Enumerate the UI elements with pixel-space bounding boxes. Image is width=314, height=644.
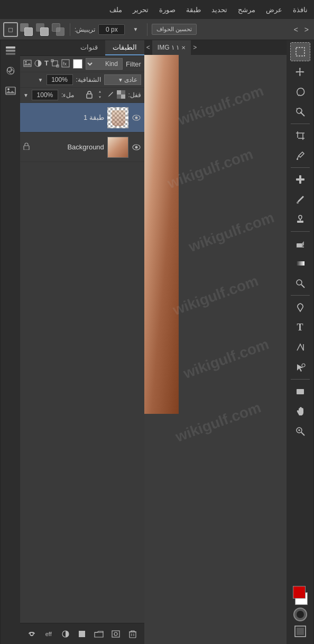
quick-mask-button[interactable] — [292, 606, 309, 623]
filter-row: Filter Kind T — [20, 56, 144, 72]
svg-rect-48 — [87, 94, 92, 98]
svg-point-57 — [114, 632, 117, 636]
swatch-pair — [291, 586, 310, 605]
layer-item-background[interactable]: Background — [20, 132, 144, 162]
tool-gradient[interactable] — [290, 254, 310, 273]
tool-rectangle[interactable] — [290, 382, 310, 401]
menu-layer[interactable]: طبقة — [184, 5, 203, 15]
subtract-selection-icon[interactable] — [35, 22, 50, 37]
opacity-arrow[interactable]: ▼ — [38, 77, 43, 83]
tab-layers[interactable]: الطبقات — [105, 40, 144, 55]
panel-left-arrow[interactable]: < — [292, 25, 300, 34]
fill-arrow[interactable]: ▼ — [23, 92, 29, 98]
adjustment-layer-button[interactable] — [58, 627, 73, 641]
add-selection-icon[interactable] — [19, 22, 34, 37]
canvas-tab[interactable]: IMG ۱ ۱ ✕ — [152, 40, 191, 55]
foreground-color-swatch[interactable] — [293, 586, 306, 599]
filter-transform-icon[interactable] — [51, 59, 59, 69]
tool-healing[interactable] — [290, 170, 310, 189]
toolbar-sep-2 — [147, 23, 147, 36]
tool-crop[interactable] — [290, 126, 310, 145]
top-toolbar: ◻ تريبيش: ▼ تحسين الحواف < > — [0, 19, 314, 40]
fill-layer-button[interactable] — [75, 627, 89, 641]
layers-bottom-bar: eff — [20, 623, 144, 644]
opacity-label: الشفافية: — [76, 76, 101, 83]
menu-window[interactable]: نافذة — [291, 5, 310, 15]
layer-1-visibility[interactable] — [132, 113, 141, 122]
canvas-tab-name: IMG ۱ ۱ — [158, 44, 179, 51]
svg-point-69 — [7, 88, 10, 90]
svg-rect-14 — [296, 178, 304, 181]
svg-point-52 — [135, 146, 137, 148]
menu-select[interactable]: تحديد — [209, 5, 229, 15]
delete-layer-button[interactable] — [125, 627, 140, 641]
group-layers-button[interactable] — [91, 627, 106, 641]
filter-image-icon[interactable] — [23, 59, 32, 69]
menu-filter[interactable]: مرشح — [236, 5, 257, 15]
filter-halftone-icon[interactable] — [34, 59, 42, 69]
tool-selection-arrow[interactable] — [290, 358, 310, 377]
link-layers-button[interactable] — [24, 627, 39, 641]
watermark-5: wikigulf.com — [181, 336, 271, 382]
background-lock-icon — [23, 143, 30, 152]
layer-effects-button[interactable]: eff — [41, 627, 56, 641]
tool-hand[interactable] — [290, 402, 310, 421]
filter-type-icon[interactable]: T — [44, 59, 49, 69]
tool-type[interactable]: T — [290, 318, 310, 337]
add-mask-button[interactable] — [108, 627, 123, 641]
menu-image[interactable]: صورة — [157, 5, 178, 15]
svg-rect-63 — [6, 50, 15, 52]
tool-eraser[interactable] — [290, 234, 310, 253]
filter-color-swatch[interactable] — [73, 59, 82, 69]
feather-input[interactable] — [98, 24, 125, 35]
svg-rect-34 — [24, 60, 31, 67]
tool-zoom[interactable] — [290, 422, 310, 441]
svg-rect-18 — [297, 243, 302, 247]
svg-line-6 — [297, 108, 298, 109]
fill-input[interactable] — [32, 90, 58, 100]
svg-rect-46 — [117, 94, 121, 99]
lock-position-icon[interactable] — [96, 90, 104, 100]
tool-brush[interactable] — [290, 190, 310, 209]
tab-channels[interactable]: قنوات — [73, 40, 105, 55]
menu-edit[interactable]: تحرير — [131, 5, 151, 15]
opacity-input[interactable] — [47, 74, 73, 85]
screen-mode-button[interactable] — [292, 624, 309, 639]
tool-dodge[interactable] — [290, 274, 310, 293]
svg-point-15 — [297, 202, 299, 204]
feather-dropdown-icon[interactable]: ▼ — [128, 22, 143, 37]
tool-magic-wand[interactable] — [290, 102, 310, 121]
menu-file[interactable]: ملف — [107, 5, 124, 15]
svg-marker-1 — [295, 68, 304, 77]
tool-stamp[interactable] — [290, 210, 310, 229]
tool-pen[interactable] — [290, 298, 310, 317]
side-layers-icon[interactable] — [2, 42, 19, 59]
canvas-tab-arrow-left[interactable]: < — [144, 44, 152, 51]
menu-view[interactable]: عرض — [264, 5, 284, 15]
canvas-tab-close[interactable]: ✕ — [181, 45, 186, 51]
svg-rect-56 — [112, 631, 119, 637]
watermark-1: wikigulf.com — [176, 82, 265, 129]
layers-list: طبقة 1 Background — [20, 103, 144, 623]
blend-mode-dropdown[interactable]: عادى ▼ — [104, 74, 141, 85]
opacity-row: عادى ▼ الشفافية: ▼ — [20, 72, 144, 88]
tool-eyedropper[interactable] — [290, 146, 310, 165]
tool-lasso[interactable] — [290, 82, 310, 101]
edge-enhance-button[interactable]: تحسين الحواف — [152, 24, 197, 35]
background-visibility[interactable] — [132, 143, 141, 152]
lock-all-icon[interactable] — [85, 90, 94, 100]
filter-kind-dropdown[interactable]: Kind — [86, 58, 123, 70]
tool-marquee[interactable] — [290, 42, 310, 61]
panel-right-arrow[interactable]: > — [302, 25, 311, 34]
tool-pen-path[interactable] — [290, 338, 310, 357]
intersect-selection-icon[interactable] — [51, 22, 66, 37]
side-image-icon[interactable] — [2, 82, 19, 99]
canvas-tab-arrow-right[interactable]: > — [191, 44, 199, 51]
lock-transparency-icon[interactable] — [117, 90, 125, 100]
new-selection-icon[interactable]: ◻ — [3, 22, 18, 37]
layer-item-1[interactable]: طبقة 1 — [20, 103, 144, 132]
lock-image-icon[interactable] — [106, 90, 115, 100]
side-channels-icon[interactable] — [2, 62, 19, 79]
filter-fx-icon[interactable]: fx — [61, 59, 70, 69]
tool-move[interactable] — [290, 62, 310, 81]
